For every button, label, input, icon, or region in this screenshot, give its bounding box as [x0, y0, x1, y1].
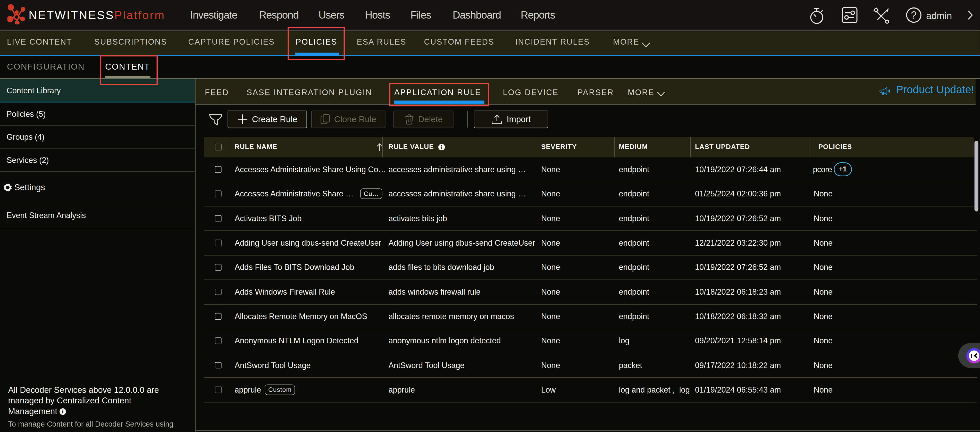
svg-text:?: ? — [911, 9, 917, 21]
